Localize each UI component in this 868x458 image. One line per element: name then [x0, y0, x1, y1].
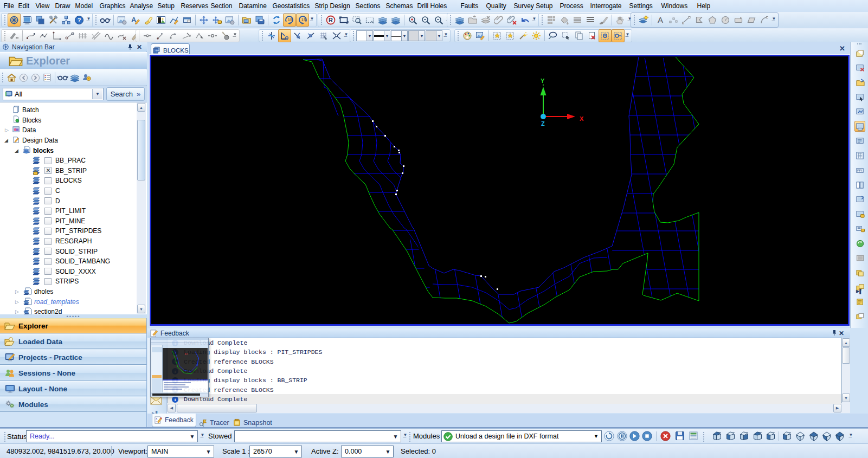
svg-text:Z: Z [541, 120, 545, 127]
svg-text:15: 15 [301, 17, 306, 22]
svg-text:A: A [658, 15, 663, 24]
svg-text:15: 15 [288, 17, 293, 22]
svg-text:A: A [156, 417, 157, 420]
svg-text:?: ? [78, 17, 81, 23]
svg-text:R: R [329, 17, 333, 23]
svg-text:X: X [580, 115, 584, 122]
svg-text:Y: Y [541, 78, 545, 84]
